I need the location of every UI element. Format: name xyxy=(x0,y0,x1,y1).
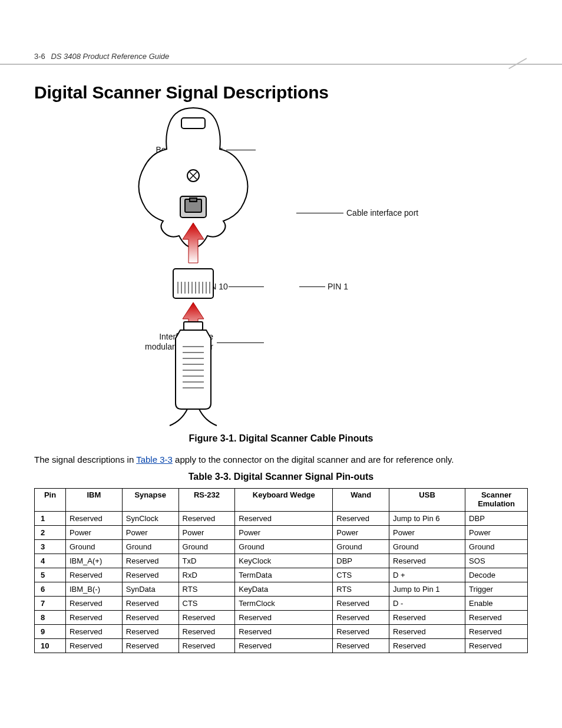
table-row: 10ReservedReservedReservedReservedReserv… xyxy=(35,638,528,653)
cell-usb: Reserved xyxy=(389,610,465,624)
cell-usb: Power xyxy=(389,525,465,539)
doc-title: DS 3408 Product Reference Guide xyxy=(51,52,169,61)
cell-rs232: RTS xyxy=(178,582,235,596)
cell-ibm: Reserved xyxy=(66,568,123,582)
cell-usb: Jump to Pin 6 xyxy=(389,511,465,525)
cell-ibm: Reserved xyxy=(66,638,123,653)
header-rule xyxy=(0,64,562,65)
cell-kbw: TermClock xyxy=(235,596,333,610)
table-row: 1ReservedSynClockReservedReservedReserve… xyxy=(35,511,528,525)
svg-rect-0 xyxy=(181,118,205,129)
col-scanner-emu-l2: Emulation xyxy=(478,499,515,508)
svg-rect-16 xyxy=(184,322,203,330)
cell-wand: DBP xyxy=(333,554,389,568)
cell-synapse: Ground xyxy=(122,539,178,554)
col-ibm: IBM xyxy=(66,489,123,512)
cell-ibm: Reserved xyxy=(66,596,123,610)
cell-rs232: Reserved xyxy=(178,624,235,638)
body-text-after: apply to the connector on the digital sc… xyxy=(173,454,454,465)
cell-kbw: Reserved xyxy=(235,624,333,638)
cell-usb: Reserved xyxy=(389,624,465,638)
body-text-before: The signal descriptions in xyxy=(34,454,136,465)
cell-kbw: Power xyxy=(235,525,333,539)
table-row: 7ReservedReservedCTSTermClockReservedD -… xyxy=(35,596,528,610)
cell-pin: 10 xyxy=(35,638,66,653)
body-paragraph: The signal descriptions in Table 3-3 app… xyxy=(34,454,528,465)
cell-kbw: KeyData xyxy=(235,582,333,596)
cell-wand: Power xyxy=(333,525,389,539)
cell-ibm: Power xyxy=(66,525,123,539)
cell-synapse: SynData xyxy=(122,582,178,596)
col-keyboard-wedge: Keyboard Wedge xyxy=(235,489,333,512)
cell-pin: 7 xyxy=(35,596,66,610)
callout-line xyxy=(299,286,325,287)
cell-kbw: KeyClock xyxy=(235,554,333,568)
cell-wand: CTS xyxy=(333,568,389,582)
scanner-diagram-icon xyxy=(111,105,276,435)
cell-usb: D + xyxy=(389,568,465,582)
table-row: 6IBM_B(-)SynDataRTSKeyDataRTSJump to Pin… xyxy=(35,582,528,596)
cell-wand: Reserved xyxy=(333,610,389,624)
cell-wand: RTS xyxy=(333,582,389,596)
figure-caption: Figure 3-1. Digital Scanner Cable Pinout… xyxy=(34,433,528,444)
table-row: 3GroundGroundGroundGroundGroundGroundGro… xyxy=(35,539,528,554)
table-3-3-link[interactable]: Table 3-3 xyxy=(136,454,173,465)
cell-pin: 2 xyxy=(35,525,66,539)
col-usb: USB xyxy=(389,489,465,512)
cell-usb: Jump to Pin 1 xyxy=(389,582,465,596)
cell-pin: 6 xyxy=(35,582,66,596)
cell-ibm: Reserved xyxy=(66,511,123,525)
col-synapse: Synapse xyxy=(122,489,178,512)
table-row: 5ReservedReservedRxDTermDataCTSD +Decode xyxy=(35,568,528,582)
cell-rs232: Power xyxy=(178,525,235,539)
col-pin: Pin xyxy=(35,489,66,512)
cell-ibm: IBM_B(-) xyxy=(66,582,123,596)
cell-kbw: TermData xyxy=(235,568,333,582)
cell-synapse: Reserved xyxy=(122,596,178,610)
table-row: 2PowerPowerPowerPowerPowerPowerPower xyxy=(35,525,528,539)
figure-3-1: Bottom of scanner Cable interface port P… xyxy=(34,105,528,444)
table-row: 8ReservedReservedReservedReservedReserve… xyxy=(35,610,528,624)
cell-ibm: Ground xyxy=(66,539,123,554)
cell-synapse: Reserved xyxy=(122,610,178,624)
cell-se: Power xyxy=(465,525,528,539)
cell-kbw: Reserved xyxy=(235,511,333,525)
cell-se: Reserved xyxy=(465,624,528,638)
cell-se: Reserved xyxy=(465,610,528,624)
cell-se: Reserved xyxy=(465,638,528,653)
cell-pin: 1 xyxy=(35,511,66,525)
cell-rs232: Reserved xyxy=(178,638,235,653)
cell-synapse: Power xyxy=(122,525,178,539)
cell-synapse: Reserved xyxy=(122,638,178,653)
table-header-row: Pin IBM Synapse RS-232 Keyboard Wedge Wa… xyxy=(35,489,528,512)
table-row: 4IBM_A(+)ReservedTxDKeyClockDBPReservedS… xyxy=(35,554,528,568)
svg-rect-4 xyxy=(190,198,197,202)
cell-pin: 8 xyxy=(35,610,66,624)
cell-synapse: Reserved xyxy=(122,568,178,582)
cell-se: SOS xyxy=(465,554,528,568)
cell-se: Ground xyxy=(465,539,528,554)
cell-kbw: Ground xyxy=(235,539,333,554)
cell-wand: Reserved xyxy=(333,638,389,653)
cell-rs232: Ground xyxy=(178,539,235,554)
cell-kbw: Reserved xyxy=(235,610,333,624)
col-rs232: RS-232 xyxy=(178,489,235,512)
cell-pin: 3 xyxy=(35,539,66,554)
cell-rs232: Reserved xyxy=(178,610,235,624)
cell-wand: Ground xyxy=(333,539,389,554)
cell-usb: Ground xyxy=(389,539,465,554)
cell-se: Trigger xyxy=(465,582,528,596)
cell-rs232: Reserved xyxy=(178,511,235,525)
cell-se: Decode xyxy=(465,568,528,582)
cell-rs232: CTS xyxy=(178,596,235,610)
cell-se: DBP xyxy=(465,511,528,525)
cell-kbw: Reserved xyxy=(235,638,333,653)
cell-rs232: TxD xyxy=(178,554,235,568)
page: 3-6 DS 3408 Product Reference Guide Digi… xyxy=(0,0,562,728)
cell-pin: 4 xyxy=(35,554,66,568)
callout-line xyxy=(296,213,343,213)
running-header: 3-6 DS 3408 Product Reference Guide xyxy=(34,52,169,61)
col-scanner-emu-l1: Scanner xyxy=(481,490,511,499)
callout-cable-interface-port: Cable interface port xyxy=(346,208,418,218)
cell-ibm: Reserved xyxy=(66,624,123,638)
